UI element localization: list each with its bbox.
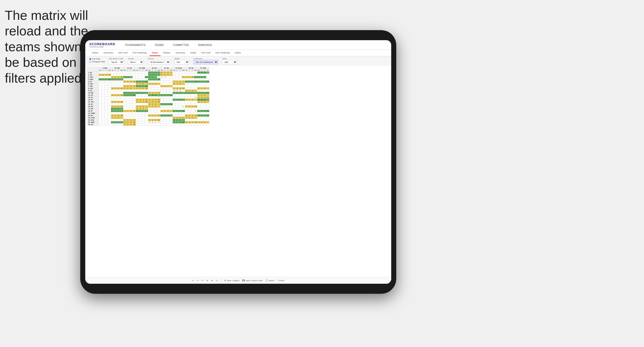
tab-teams[interactable]: Teams [89, 50, 101, 56]
matrix-cell: W [133, 92, 136, 94]
matrix-cell: 6 [200, 121, 203, 124]
matrix-cell [148, 124, 151, 126]
matrix-cell [133, 90, 136, 92]
matrix-cell [173, 108, 176, 110]
tab-players[interactable]: Players [160, 50, 173, 56]
matrix-cell [102, 121, 105, 124]
matrix-cell [123, 117, 126, 119]
filter-bar: Full View Compact View Max teams in view… [85, 56, 391, 66]
table-row: 12. UV000015 [88, 96, 209, 99]
nav-rankings[interactable]: RANKINGS [196, 43, 214, 47]
nav-teams[interactable]: TEAMS [152, 43, 166, 47]
refresh-button[interactable]: ↻ [202, 279, 203, 282]
matrix-cell: 1 [173, 119, 176, 121]
team-select[interactable]: (All) [222, 60, 237, 64]
zoom-in-button[interactable]: ⊕ [211, 279, 213, 282]
tab-summary2[interactable]: Summary [173, 50, 188, 56]
matrix-cell [108, 105, 111, 108]
matrix-cell [105, 99, 108, 101]
matrix-cell [129, 101, 133, 103]
matrix-cell: 0 [123, 81, 126, 83]
matrix-cell [117, 90, 120, 92]
matrix-cell [182, 121, 185, 124]
matrix-cell: 0 [160, 110, 164, 112]
matrix-container[interactable]: 3. ASU 10. UW 11. UA 22. UCB 24. UO 27. … [85, 66, 391, 277]
conference-select[interactable]: Pac-12 Conference (All) ACC Big Ten [193, 60, 218, 64]
compact-view-radio[interactable]: Compact View [89, 61, 105, 63]
division-filter: Division NCAA Division I NCAA Division I… [148, 58, 170, 64]
tab-matrix[interactable]: Matrix [149, 50, 161, 56]
tab-h2h-grid[interactable]: H2H Grid [116, 50, 130, 56]
matrix-cell [145, 124, 148, 126]
matrix-cell [142, 74, 145, 76]
matrix-cell [154, 90, 157, 92]
table-row: 9. UA000010 [88, 90, 209, 92]
division-select[interactable]: NCAA Division I NCAA Division II [148, 60, 170, 64]
nav-tournaments[interactable]: TOURNAMENTS [123, 43, 148, 47]
matrix-cell: 0 [136, 87, 139, 90]
view-original-button[interactable]: 👁 View: Original [224, 279, 239, 282]
matrix-cell [123, 96, 126, 99]
matrix-cell [197, 74, 200, 76]
matrix-cell: 23 [157, 114, 160, 117]
tab-h2h-grid2[interactable]: H2H Grid [199, 50, 213, 56]
matrix-cell [170, 81, 173, 83]
table-row: 13. UT22012120262001001018 [88, 99, 209, 101]
matrix-cell [136, 78, 139, 81]
matrix-cell: 0 [142, 83, 145, 85]
matrix-cell [164, 81, 167, 83]
full-view-radio[interactable]: Full View [89, 58, 105, 60]
matrix-cell [117, 81, 120, 83]
matrix-cell [117, 124, 120, 126]
tab-h2h-heatmap[interactable]: H2H Heatmap [130, 50, 149, 56]
tab-h2h-heatmap2[interactable]: H2H Heatmap [213, 50, 232, 56]
nav-committee[interactable]: COMMITTEE [171, 43, 191, 47]
matrix-cell: 1 [148, 99, 151, 101]
matrix-cell: 0 [179, 99, 182, 101]
matrix-cell: 0 [154, 114, 157, 117]
gender-select[interactable]: Men's Women's [128, 60, 144, 64]
save-custom-view-button[interactable]: 💾 Save Custom View [242, 279, 262, 282]
tab-summary[interactable]: Summary [101, 50, 116, 56]
matrix-cell [191, 119, 194, 121]
matrix-cell [188, 108, 191, 110]
clock-button[interactable]: ⏱ [216, 279, 218, 282]
matrix-cell: 0 [142, 92, 145, 94]
matrix-cell: 1 [200, 87, 203, 90]
matrix-cell [167, 101, 170, 103]
matrix-cell: 1 [188, 117, 191, 119]
matrix-cell [148, 85, 151, 87]
matrix-cell: 2 [111, 101, 114, 103]
matrix-cell [108, 101, 111, 103]
share-button[interactable]: ⤴ Share [277, 279, 284, 282]
matrix-cell [206, 83, 209, 85]
matrix-cell: 1 [139, 87, 142, 90]
zoom-out-button[interactable]: ⊖ [206, 279, 208, 282]
table-row: 6. FSU110010010 [88, 83, 209, 85]
matrix-cell [191, 101, 194, 103]
matrix-cell [105, 103, 108, 105]
matrix-cell: 0 [167, 114, 170, 117]
watch-button[interactable]: ⌚ Watch [265, 279, 274, 282]
matrix-cell: 2 [185, 76, 188, 78]
matrix-cell: 40 [170, 114, 173, 117]
share-label: Share [279, 279, 284, 282]
matrix-cell: 0 [188, 76, 191, 78]
redo-button[interactable]: ↪ [197, 279, 199, 282]
matrix-cell [200, 124, 203, 126]
matrix-cell [145, 108, 148, 110]
tab-matrix2[interactable]: Matrix [232, 50, 244, 56]
matrix-cell [170, 90, 173, 92]
matrix-cell [126, 78, 129, 81]
max-teams-select[interactable]: Top 25 Top 50 All [109, 60, 124, 64]
matrix-table: 3. ASU 10. UW 11. UA 22. UCB 24. UO 27. … [87, 67, 209, 126]
matrix-cell [99, 87, 102, 90]
tab-detail[interactable]: Detail [188, 50, 199, 56]
region-select[interactable]: N/A East West [174, 60, 189, 64]
table-row: 17. GIT10010110 [88, 108, 209, 110]
undo-button[interactable]: ↩ [192, 279, 194, 282]
save-icon: 💾 [242, 279, 245, 282]
matrix-cell [167, 92, 170, 94]
matrix-cell [120, 92, 123, 94]
matrix-cell [200, 119, 203, 121]
